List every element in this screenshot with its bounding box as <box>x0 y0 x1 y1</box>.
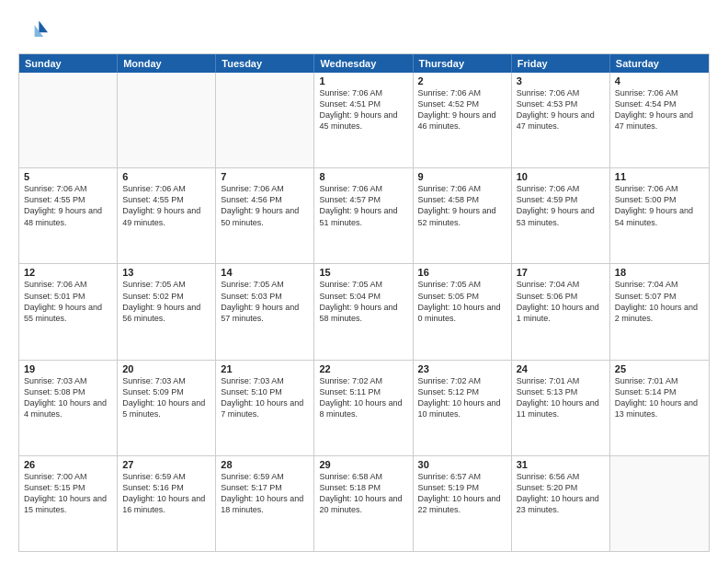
day-number: 1 <box>319 75 407 86</box>
calendar-cell: 13Sunrise: 7:05 AM Sunset: 5:02 PM Dayli… <box>118 264 216 359</box>
calendar-cell: 3Sunrise: 7:06 AM Sunset: 4:53 PM Daylig… <box>512 73 610 167</box>
day-number: 23 <box>418 363 506 374</box>
day-number: 9 <box>418 171 506 182</box>
calendar-cell: 30Sunrise: 6:57 AM Sunset: 5:19 PM Dayli… <box>414 456 512 551</box>
day-info: Sunrise: 7:01 AM Sunset: 5:13 PM Dayligh… <box>517 375 605 420</box>
day-number: 7 <box>221 171 309 182</box>
day-number: 16 <box>418 267 506 278</box>
day-number: 21 <box>221 363 309 374</box>
day-info: Sunrise: 7:03 AM Sunset: 5:09 PM Dayligh… <box>122 375 210 420</box>
day-of-week-header: Wednesday <box>314 54 413 73</box>
day-info: Sunrise: 7:05 AM Sunset: 5:05 PM Dayligh… <box>418 279 506 324</box>
calendar-cell: 6Sunrise: 7:06 AM Sunset: 4:55 PM Daylig… <box>118 168 216 263</box>
calendar-cell: 21Sunrise: 7:03 AM Sunset: 5:10 PM Dayli… <box>216 361 314 455</box>
day-number: 4 <box>615 75 704 86</box>
day-number: 6 <box>122 171 210 182</box>
calendar-cell: 17Sunrise: 7:04 AM Sunset: 5:06 PM Dayli… <box>512 264 610 359</box>
day-number: 13 <box>122 267 210 278</box>
day-info: Sunrise: 7:06 AM Sunset: 4:55 PM Dayligh… <box>122 183 210 228</box>
calendar-cell: 7Sunrise: 7:06 AM Sunset: 4:56 PM Daylig… <box>216 168 314 263</box>
calendar-cell: 29Sunrise: 6:58 AM Sunset: 5:18 PM Dayli… <box>314 456 413 551</box>
day-info: Sunrise: 7:06 AM Sunset: 4:55 PM Dayligh… <box>24 183 112 228</box>
page: SundayMondayTuesdayWednesdayThursdayFrid… <box>0 0 728 563</box>
day-info: Sunrise: 7:06 AM Sunset: 4:53 PM Dayligh… <box>517 87 605 132</box>
calendar-cell: 15Sunrise: 7:05 AM Sunset: 5:04 PM Dayli… <box>314 264 413 359</box>
calendar-cell: 18Sunrise: 7:04 AM Sunset: 5:07 PM Dayli… <box>610 264 709 359</box>
calendar-week: 1Sunrise: 7:06 AM Sunset: 4:51 PM Daylig… <box>19 73 709 167</box>
day-info: Sunrise: 6:57 AM Sunset: 5:19 PM Dayligh… <box>418 471 506 516</box>
calendar-cell: 25Sunrise: 7:01 AM Sunset: 5:14 PM Dayli… <box>610 361 709 455</box>
calendar-cell: 24Sunrise: 7:01 AM Sunset: 5:13 PM Dayli… <box>512 361 610 455</box>
svg-marker-0 <box>39 20 48 32</box>
calendar-cell: 12Sunrise: 7:06 AM Sunset: 5:01 PM Dayli… <box>19 264 118 359</box>
calendar-cell: 1Sunrise: 7:06 AM Sunset: 4:51 PM Daylig… <box>314 73 413 167</box>
day-number: 26 <box>24 459 112 470</box>
calendar-week: 12Sunrise: 7:06 AM Sunset: 5:01 PM Dayli… <box>19 263 709 359</box>
calendar-cell: 4Sunrise: 7:06 AM Sunset: 4:54 PM Daylig… <box>610 73 709 167</box>
calendar-cell: 27Sunrise: 6:59 AM Sunset: 5:16 PM Dayli… <box>118 456 216 551</box>
calendar-week: 26Sunrise: 7:00 AM Sunset: 5:15 PM Dayli… <box>19 455 709 551</box>
day-number: 24 <box>517 363 605 374</box>
calendar-cell: 31Sunrise: 6:56 AM Sunset: 5:20 PM Dayli… <box>512 456 610 551</box>
day-of-week-header: Friday <box>512 54 610 73</box>
calendar-cell: 28Sunrise: 6:59 AM Sunset: 5:17 PM Dayli… <box>216 456 314 551</box>
day-number: 29 <box>319 459 407 470</box>
calendar-cell: 5Sunrise: 7:06 AM Sunset: 4:55 PM Daylig… <box>19 168 118 263</box>
calendar-cell: 2Sunrise: 7:06 AM Sunset: 4:52 PM Daylig… <box>414 73 512 167</box>
header <box>18 15 710 44</box>
calendar-cell: 16Sunrise: 7:05 AM Sunset: 5:05 PM Dayli… <box>414 264 512 359</box>
day-info: Sunrise: 7:06 AM Sunset: 4:57 PM Dayligh… <box>319 183 407 228</box>
calendar-cell: 20Sunrise: 7:03 AM Sunset: 5:09 PM Dayli… <box>118 361 216 455</box>
day-info: Sunrise: 7:05 AM Sunset: 5:04 PM Dayligh… <box>319 279 407 324</box>
day-info: Sunrise: 7:04 AM Sunset: 5:07 PM Dayligh… <box>615 279 704 324</box>
day-of-week-header: Saturday <box>610 54 709 73</box>
day-number: 5 <box>24 171 112 182</box>
day-info: Sunrise: 6:59 AM Sunset: 5:16 PM Dayligh… <box>122 471 210 516</box>
day-info: Sunrise: 6:56 AM Sunset: 5:20 PM Dayligh… <box>517 471 605 516</box>
day-info: Sunrise: 7:03 AM Sunset: 5:08 PM Dayligh… <box>24 375 112 420</box>
calendar-cell <box>610 456 709 551</box>
day-number: 8 <box>319 171 407 182</box>
calendar-cell: 22Sunrise: 7:02 AM Sunset: 5:11 PM Dayli… <box>314 361 413 455</box>
day-info: Sunrise: 7:02 AM Sunset: 5:12 PM Dayligh… <box>418 375 506 420</box>
calendar-cell <box>118 73 216 167</box>
day-info: Sunrise: 7:00 AM Sunset: 5:15 PM Dayligh… <box>24 471 112 516</box>
day-number: 2 <box>418 75 506 86</box>
logo-icon <box>18 15 48 44</box>
day-info: Sunrise: 7:04 AM Sunset: 5:06 PM Dayligh… <box>517 279 605 324</box>
calendar-cell: 26Sunrise: 7:00 AM Sunset: 5:15 PM Dayli… <box>19 456 118 551</box>
calendar-cell: 10Sunrise: 7:06 AM Sunset: 4:59 PM Dayli… <box>512 168 610 263</box>
day-info: Sunrise: 7:06 AM Sunset: 5:01 PM Dayligh… <box>24 279 112 324</box>
day-info: Sunrise: 7:02 AM Sunset: 5:11 PM Dayligh… <box>319 375 407 420</box>
day-number: 20 <box>122 363 210 374</box>
calendar-cell: 8Sunrise: 7:06 AM Sunset: 4:57 PM Daylig… <box>314 168 413 263</box>
day-info: Sunrise: 6:59 AM Sunset: 5:17 PM Dayligh… <box>221 471 309 516</box>
day-info: Sunrise: 7:06 AM Sunset: 4:54 PM Dayligh… <box>615 87 704 132</box>
calendar-cell <box>216 73 314 167</box>
day-number: 25 <box>615 363 704 374</box>
day-info: Sunrise: 7:05 AM Sunset: 5:02 PM Dayligh… <box>122 279 210 324</box>
day-number: 30 <box>418 459 506 470</box>
day-of-week-header: Thursday <box>414 54 512 73</box>
day-info: Sunrise: 7:06 AM Sunset: 4:58 PM Dayligh… <box>418 183 506 228</box>
calendar-cell: 9Sunrise: 7:06 AM Sunset: 4:58 PM Daylig… <box>414 168 512 263</box>
day-info: Sunrise: 7:06 AM Sunset: 5:00 PM Dayligh… <box>615 183 704 228</box>
day-number: 3 <box>517 75 605 86</box>
day-number: 11 <box>615 171 704 182</box>
day-info: Sunrise: 7:06 AM Sunset: 4:59 PM Dayligh… <box>517 183 605 228</box>
calendar: SundayMondayTuesdayWednesdayThursdayFrid… <box>18 53 710 552</box>
calendar-cell: 23Sunrise: 7:02 AM Sunset: 5:12 PM Dayli… <box>414 361 512 455</box>
day-number: 28 <box>221 459 309 470</box>
day-number: 15 <box>319 267 407 278</box>
day-number: 19 <box>24 363 112 374</box>
day-info: Sunrise: 7:05 AM Sunset: 5:03 PM Dayligh… <box>221 279 309 324</box>
day-info: Sunrise: 7:03 AM Sunset: 5:10 PM Dayligh… <box>221 375 309 420</box>
day-number: 18 <box>615 267 704 278</box>
day-info: Sunrise: 7:06 AM Sunset: 4:51 PM Dayligh… <box>319 87 407 132</box>
calendar-body: 1Sunrise: 7:06 AM Sunset: 4:51 PM Daylig… <box>19 73 709 551</box>
calendar-header: SundayMondayTuesdayWednesdayThursdayFrid… <box>19 54 709 73</box>
day-of-week-header: Tuesday <box>216 54 314 73</box>
logo <box>18 15 51 44</box>
calendar-cell: 11Sunrise: 7:06 AM Sunset: 5:00 PM Dayli… <box>610 168 709 263</box>
day-number: 17 <box>517 267 605 278</box>
